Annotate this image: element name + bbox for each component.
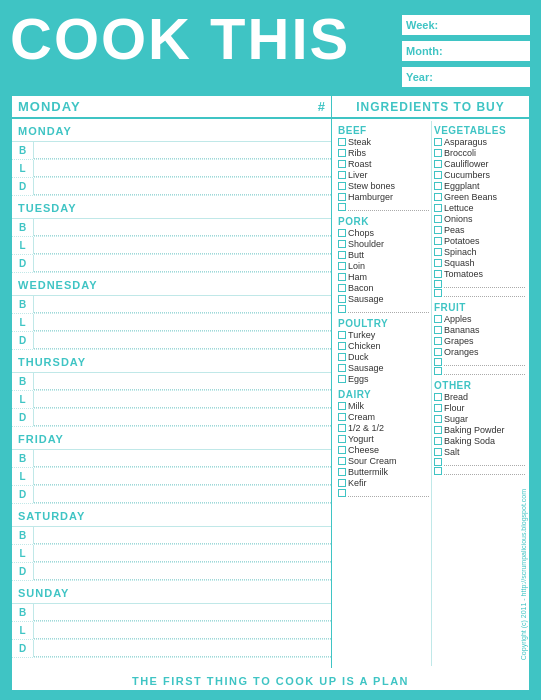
fruit-apples[interactable]: Apples: [434, 314, 525, 324]
pork-loin-checkbox[interactable]: [338, 262, 346, 270]
other-blank2-checkbox[interactable]: [434, 467, 442, 475]
pork-chops-checkbox[interactable]: [338, 229, 346, 237]
sunday-d-line[interactable]: [34, 640, 331, 657]
veg-spinach[interactable]: Spinach: [434, 247, 525, 257]
dairy-milk-checkbox[interactable]: [338, 402, 346, 410]
other-sugar[interactable]: Sugar: [434, 414, 525, 424]
fruit-oranges-checkbox[interactable]: [434, 348, 442, 356]
poultry-sausage[interactable]: Sausage: [338, 363, 429, 373]
veg-broccoli-checkbox[interactable]: [434, 149, 442, 157]
poultry-eggs[interactable]: Eggs: [338, 374, 429, 384]
other-sugar-checkbox[interactable]: [434, 415, 442, 423]
wednesday-b-line[interactable]: [34, 296, 331, 313]
monday-l-line[interactable]: [34, 160, 331, 177]
other-blank1-checkbox[interactable]: [434, 458, 442, 466]
beef-liver[interactable]: Liver: [338, 170, 429, 180]
pork-ham[interactable]: Ham: [338, 272, 429, 282]
veg-broccoli[interactable]: Broccoli: [434, 148, 525, 158]
fruit-apples-checkbox[interactable]: [434, 315, 442, 323]
poultry-chicken-checkbox[interactable]: [338, 342, 346, 350]
other-bakingsoda-checkbox[interactable]: [434, 437, 442, 445]
dairy-buttermilk-checkbox[interactable]: [338, 468, 346, 476]
pork-bacon-checkbox[interactable]: [338, 284, 346, 292]
saturday-b-line[interactable]: [34, 527, 331, 544]
week-field[interactable]: Week:: [401, 14, 531, 36]
other-bakingpowder[interactable]: Baking Powder: [434, 425, 525, 435]
veg-blank1-checkbox[interactable]: [434, 280, 442, 288]
friday-d-line[interactable]: [34, 486, 331, 503]
saturday-d-line[interactable]: [34, 563, 331, 580]
beef-roast-checkbox[interactable]: [338, 160, 346, 168]
pork-blank1-checkbox[interactable]: [338, 305, 346, 313]
veg-potatoes[interactable]: Potatoes: [434, 236, 525, 246]
veg-blank2-checkbox[interactable]: [434, 289, 442, 297]
fruit-blank1-checkbox[interactable]: [434, 358, 442, 366]
pork-butt-checkbox[interactable]: [338, 251, 346, 259]
veg-asparagus[interactable]: Asparagus: [434, 137, 525, 147]
fruit-oranges[interactable]: Oranges: [434, 347, 525, 357]
veg-greenbeans-checkbox[interactable]: [434, 193, 442, 201]
wednesday-d-line[interactable]: [34, 332, 331, 349]
pork-bacon[interactable]: Bacon: [338, 283, 429, 293]
dairy-cream[interactable]: Cream: [338, 412, 429, 422]
fruit-blank2-checkbox[interactable]: [434, 367, 442, 375]
veg-tomatoes[interactable]: Tomatoes: [434, 269, 525, 279]
tuesday-d-line[interactable]: [34, 255, 331, 272]
pork-loin[interactable]: Loin: [338, 261, 429, 271]
fruit-grapes[interactable]: Grapes: [434, 336, 525, 346]
pork-shoulder[interactable]: Shoulder: [338, 239, 429, 249]
pork-sausage-checkbox[interactable]: [338, 295, 346, 303]
poultry-duck-checkbox[interactable]: [338, 353, 346, 361]
dairy-cream-checkbox[interactable]: [338, 413, 346, 421]
veg-asparagus-checkbox[interactable]: [434, 138, 442, 146]
tuesday-b-line[interactable]: [34, 219, 331, 236]
veg-spinach-checkbox[interactable]: [434, 248, 442, 256]
dairy-cheese[interactable]: Cheese: [338, 445, 429, 455]
dairy-buttermilk[interactable]: Buttermilk: [338, 467, 429, 477]
pork-ham-checkbox[interactable]: [338, 273, 346, 281]
beef-blank1-checkbox[interactable]: [338, 203, 346, 211]
year-field[interactable]: Year:: [401, 66, 531, 88]
poultry-turkey[interactable]: Turkey: [338, 330, 429, 340]
thursday-d-line[interactable]: [34, 409, 331, 426]
dairy-yogurt[interactable]: Yogurt: [338, 434, 429, 444]
pork-sausage[interactable]: Sausage: [338, 294, 429, 304]
veg-onions[interactable]: Onions: [434, 214, 525, 224]
veg-potatoes-checkbox[interactable]: [434, 237, 442, 245]
veg-greenbeans[interactable]: Green Beans: [434, 192, 525, 202]
tuesday-l-line[interactable]: [34, 237, 331, 254]
friday-b-line[interactable]: [34, 450, 331, 467]
fruit-bananas[interactable]: Bananas: [434, 325, 525, 335]
monday-d-line[interactable]: [34, 178, 331, 195]
veg-lettuce[interactable]: Lettuce: [434, 203, 525, 213]
fruit-bananas-checkbox[interactable]: [434, 326, 442, 334]
beef-steak-checkbox[interactable]: [338, 138, 346, 146]
veg-onions-checkbox[interactable]: [434, 215, 442, 223]
poultry-sausage-checkbox[interactable]: [338, 364, 346, 372]
veg-squash[interactable]: Squash: [434, 258, 525, 268]
beef-roast[interactable]: Roast: [338, 159, 429, 169]
dairy-yogurt-checkbox[interactable]: [338, 435, 346, 443]
pork-shoulder-checkbox[interactable]: [338, 240, 346, 248]
dairy-sourcream[interactable]: Sour Cream: [338, 456, 429, 466]
veg-peas[interactable]: Peas: [434, 225, 525, 235]
poultry-chicken[interactable]: Chicken: [338, 341, 429, 351]
veg-eggplant-checkbox[interactable]: [434, 182, 442, 190]
dairy-kefir[interactable]: Kefir: [338, 478, 429, 488]
other-bakingsoda[interactable]: Baking Soda: [434, 436, 525, 446]
poultry-eggs-checkbox[interactable]: [338, 375, 346, 383]
pork-chops[interactable]: Chops: [338, 228, 429, 238]
other-bread[interactable]: Bread: [434, 392, 525, 402]
dairy-half[interactable]: 1/2 & 1/2: [338, 423, 429, 433]
pork-butt[interactable]: Butt: [338, 250, 429, 260]
beef-hamburger[interactable]: Hamburger: [338, 192, 429, 202]
saturday-l-line[interactable]: [34, 545, 331, 562]
dairy-cheese-checkbox[interactable]: [338, 446, 346, 454]
veg-lettuce-checkbox[interactable]: [434, 204, 442, 212]
thursday-b-line[interactable]: [34, 373, 331, 390]
dairy-milk[interactable]: Milk: [338, 401, 429, 411]
beef-hamburger-checkbox[interactable]: [338, 193, 346, 201]
other-flour-checkbox[interactable]: [434, 404, 442, 412]
veg-tomatoes-checkbox[interactable]: [434, 270, 442, 278]
veg-squash-checkbox[interactable]: [434, 259, 442, 267]
